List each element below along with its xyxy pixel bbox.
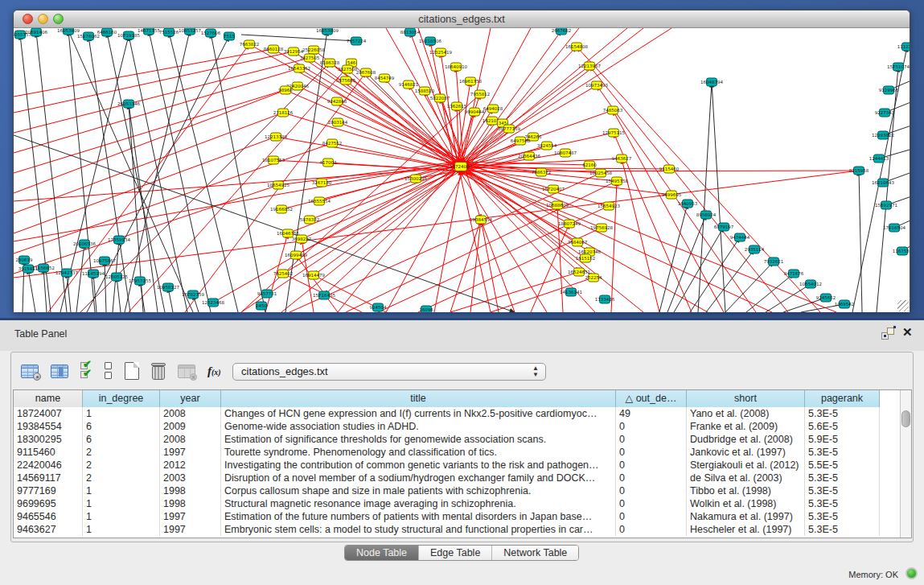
graph-edge[interactable]	[294, 51, 460, 164]
table-cell: 1	[83, 497, 160, 510]
table-row[interactable]: 977716911998Corpus callosum shape and si…	[14, 484, 900, 497]
graph-edge[interactable]	[68, 31, 193, 312]
graph-edge[interactable]	[611, 181, 617, 312]
graph-edge[interactable]	[14, 49, 273, 97]
table-cell: Tourette syndrome. Phenomenology and cla…	[221, 446, 616, 459]
graph-edge[interactable]	[464, 162, 836, 312]
graph-node-label: 19166852	[270, 207, 293, 212]
graph-edge[interactable]	[14, 167, 461, 201]
graph-edge[interactable]	[140, 281, 145, 312]
graph-edge[interactable]	[211, 33, 265, 312]
graph-edge[interactable]	[589, 66, 788, 312]
graph-node-label: 3824554	[537, 143, 557, 148]
memory-ok-icon[interactable]	[906, 567, 918, 579]
table-cell: 1	[83, 407, 160, 420]
graph-node-label: 15692971	[875, 203, 897, 208]
graph-edge[interactable]	[667, 215, 706, 312]
graph-edge[interactable]	[725, 262, 774, 312]
float-panel-icon[interactable]	[881, 327, 895, 340]
table-row[interactable]: 946362711997Embryonic stem cells: a mode…	[14, 523, 900, 536]
column-header-title[interactable]: title	[221, 390, 616, 407]
graph-edge[interactable]	[481, 220, 515, 312]
delete-table-button[interactable]: x	[178, 364, 195, 378]
table-row[interactable]: 946554611997Estimation of the future num…	[14, 510, 900, 523]
table-cell: 9777169	[14, 484, 83, 497]
graph-node-label: 16355554	[308, 199, 331, 204]
graph-edge[interactable]	[859, 171, 862, 312]
graph-edge[interactable]	[338, 163, 457, 312]
tab-node-table[interactable]: Node Table	[345, 546, 419, 560]
column-header-name[interactable]: name	[14, 390, 83, 407]
table-settings-button[interactable]	[21, 364, 39, 378]
delete-column-button[interactable]	[151, 362, 166, 380]
graph-edge[interactable]	[117, 277, 121, 312]
network-window-titlebar[interactable]: citations_edges.txt	[14, 10, 910, 28]
graph-edge[interactable]	[766, 284, 811, 312]
table-cell: 2008	[160, 433, 221, 446]
table-cell-filler	[880, 407, 900, 420]
column-header-in_degree[interactable]: in_degree	[83, 390, 160, 407]
network-canvas[interactable]: 1872400776638228660128391295425226058382…	[14, 28, 910, 312]
graph-edge[interactable]	[481, 220, 499, 312]
node-table-header[interactable]: namein_degreeyeartitle△ out_de…shortpage…	[14, 390, 900, 407]
column-header-out_de[interactable]: △ out_de…	[616, 390, 687, 407]
graph-edge[interactable]	[314, 169, 459, 275]
close-panel-icon[interactable]: ✕	[902, 325, 913, 340]
table-cell-filler	[880, 510, 900, 523]
table-row[interactable]: 1872400712008Changes of HCN gene express…	[14, 407, 900, 420]
table-row[interactable]: 1830029562008Estimation of significance …	[14, 433, 900, 446]
graph-edge[interactable]	[296, 255, 338, 312]
column-header-short[interactable]: short	[687, 390, 805, 407]
select-columns-button[interactable]	[51, 364, 68, 378]
graph-node-label: 12323468	[202, 300, 224, 305]
graph-node-label: 9129966	[879, 88, 899, 93]
table-row[interactable]: 1938455462009Genome-wide association stu…	[14, 420, 900, 433]
graph-edge[interactable]	[213, 162, 460, 303]
graph-edge[interactable]	[706, 249, 754, 312]
table-row[interactable]: 911546021997Tourette syndrome. Phenomeno…	[14, 446, 900, 459]
graph-node-label: 10025458	[589, 171, 612, 175]
graph-edge[interactable]	[241, 35, 356, 41]
table-cell: Disruption of a novel member of a sodium…	[221, 472, 616, 484]
graph-node-label: 2718126	[273, 110, 294, 115]
table-cell: 9699695	[14, 497, 83, 510]
table-cell: 0	[616, 484, 687, 497]
function-builder-button[interactable]: f(x)	[207, 364, 221, 378]
table-panel: Table Panel ✕ ✔✔	[0, 320, 924, 585]
graph-edge[interactable]	[455, 167, 772, 312]
graph-edge[interactable]	[877, 67, 898, 312]
column-header-year[interactable]: year	[160, 390, 221, 407]
graph-edge[interactable]	[93, 274, 97, 312]
table-scrollbar-thumb[interactable]	[901, 410, 910, 427]
graph-node-label: 3827508	[338, 67, 358, 72]
graph-node-label: 15751074	[887, 64, 910, 69]
select-columns-icon	[51, 365, 68, 378]
tab-edge-table[interactable]: Edge Table	[419, 546, 492, 560]
graph-node-label: 252254	[585, 275, 602, 280]
graph-node-label: 7955812	[470, 92, 491, 97]
graph-node-label: 9245652	[816, 295, 836, 300]
graph-edge[interactable]	[76, 244, 84, 312]
graph-edge[interactable]	[746, 274, 794, 312]
table-scrollbar[interactable]	[900, 390, 911, 538]
table-row[interactable]: 2242004622012Investigating the contribut…	[14, 459, 900, 472]
unselect-rows-button[interactable]	[105, 362, 113, 380]
graph-node-label: 7986372	[532, 170, 552, 175]
graph-node-label: 1733426	[595, 297, 615, 302]
table-row[interactable]: 1456911722003Disruption of a novel membe…	[14, 472, 900, 484]
graph-edge[interactable]	[712, 82, 725, 312]
table-cell: 0	[616, 446, 687, 459]
graph-node-label: 9242848	[327, 99, 347, 104]
graph-edge[interactable]	[241, 94, 480, 312]
table-row[interactable]: 969969511998Structural magnetic resonanc…	[14, 497, 900, 510]
select-all-button[interactable]: ✔✔	[80, 362, 92, 380]
network-table-select[interactable]: citations_edges.txt ▲▼	[232, 363, 546, 381]
graph-edge[interactable]	[87, 36, 229, 312]
table-cell: Hescheler et al. (1997)	[687, 523, 805, 536]
tab-network-table[interactable]: Network Table	[492, 546, 578, 560]
new-column-button[interactable]	[125, 362, 139, 380]
column-header-pagerank[interactable]: pagerank	[805, 390, 880, 407]
new-document-icon	[125, 362, 139, 380]
checkmarks-icon: ✔✔	[80, 362, 92, 380]
window-resize-grip[interactable]	[897, 300, 909, 311]
